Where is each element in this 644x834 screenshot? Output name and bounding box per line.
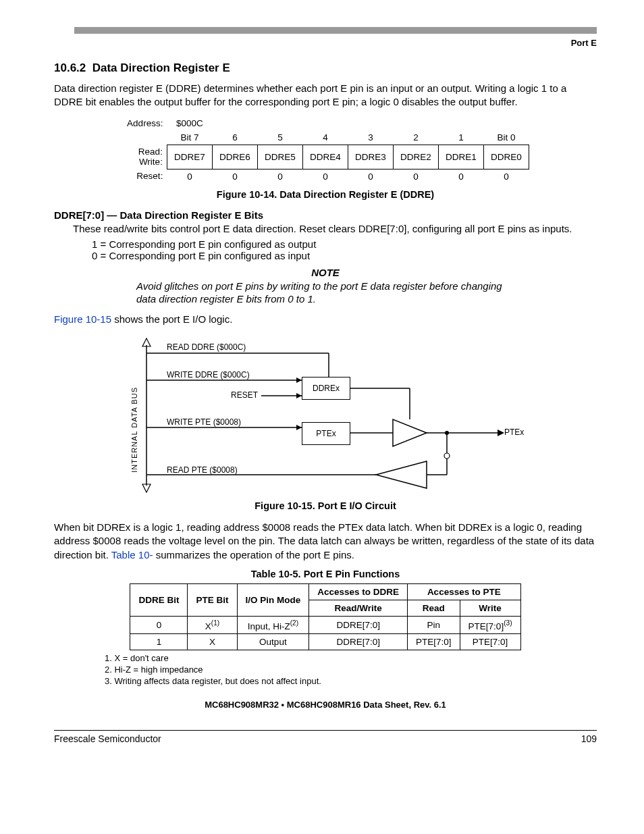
col-pte-bit: PTE Bit bbox=[188, 583, 237, 616]
footer-doc-title: MC68HC908MR32 • MC68HC908MR16 Data Sheet… bbox=[54, 700, 597, 710]
header-section-tag: Port E bbox=[54, 38, 597, 48]
svg-marker-14 bbox=[393, 419, 427, 446]
section-number: 10.6.2 bbox=[54, 61, 86, 74]
svg-marker-9 bbox=[296, 393, 302, 398]
bit-cell: DDRE0 bbox=[483, 145, 529, 169]
paragraph-after-figure: When bit DDREx is a logic 1, reading add… bbox=[54, 521, 597, 562]
bit-description-body: These read/write bits control port E dat… bbox=[73, 222, 597, 236]
circuit-block-ddrex: DDREx bbox=[302, 377, 350, 400]
footnote: 1. X = don't care bbox=[105, 653, 597, 664]
circuit-block-ptex: PTEx bbox=[302, 422, 350, 445]
section-intro: Data direction register E (DDRE) determi… bbox=[54, 82, 597, 109]
bit-header: 3 bbox=[348, 130, 393, 145]
bit-header: Bit 0 bbox=[483, 130, 529, 145]
address-label: Address: bbox=[122, 116, 167, 130]
bit-header: 4 bbox=[302, 130, 348, 145]
table-row: 0 X(1) Input, Hi-Z(2) DDRE[7:0] Pin PTE[… bbox=[130, 616, 520, 634]
reset-val: 0 bbox=[302, 169, 348, 184]
col-read: Read bbox=[408, 600, 460, 616]
col-read-write: Read/Write bbox=[309, 600, 408, 616]
pin-functions-table: DDRE Bit PTE Bit I/O Pin Mode Accesses t… bbox=[130, 583, 520, 651]
bit-value-1: 1 = Corresponding port E pin configured … bbox=[92, 238, 597, 250]
reset-val: 0 bbox=[393, 169, 438, 184]
table-caption: Table 10-5. Port E Pin Functions bbox=[54, 569, 597, 579]
bit-cell: DDRE1 bbox=[438, 145, 483, 169]
circuit-diagram: INTERNAL DATA BUS READ DDRE ($000C) WRIT… bbox=[126, 333, 525, 495]
bit-cell: DDRE3 bbox=[348, 145, 393, 169]
footnote: 2. Hi-Z = high impedance bbox=[105, 664, 597, 676]
bit-value-0: 0 = Corresponding port E pin configured … bbox=[92, 250, 597, 261]
bit-header: 1 bbox=[438, 130, 483, 145]
reset-val: 0 bbox=[438, 169, 483, 184]
footer-company: Freescale Semiconductor bbox=[54, 733, 161, 744]
reset-val: 0 bbox=[167, 169, 212, 184]
footer-page-number: 109 bbox=[581, 733, 597, 744]
note-body: Avoid glitches on port E pins by writing… bbox=[136, 280, 514, 306]
reset-val: 0 bbox=[348, 169, 393, 184]
bit-header: 6 bbox=[212, 130, 257, 145]
figure-caption-10-14: Figure 10-14. Data Direction Register E … bbox=[54, 189, 597, 200]
paragraph-text: shows the port E I/O logic. bbox=[111, 313, 232, 325]
col-accesses-pte: Accesses to PTE bbox=[408, 583, 520, 600]
bit-cell: DDRE2 bbox=[393, 145, 438, 169]
paragraph-after-note: Figure 10-15 shows the port E I/O logic. bbox=[54, 313, 597, 326]
header-rule bbox=[74, 27, 597, 34]
reset-label: Reset: bbox=[122, 169, 167, 184]
bit-header: Bit 7 bbox=[167, 130, 212, 145]
bit-cell: DDRE5 bbox=[257, 145, 302, 169]
circuit-signal-label: RESET bbox=[231, 390, 258, 400]
rw-label: Read:Write: bbox=[122, 145, 167, 169]
address-value: $000C bbox=[167, 116, 212, 130]
col-accesses-ddre: Accesses to DDRE bbox=[309, 583, 408, 600]
bit-header: 5 bbox=[257, 130, 302, 145]
bit-description-heading: DDRE[7:0] — Data Direction Register E Bi… bbox=[54, 209, 597, 221]
table-footnotes: 1. X = don't care 2. Hi-Z = high impedan… bbox=[105, 653, 597, 687]
note-heading: NOTE bbox=[54, 267, 597, 278]
bit-header: 2 bbox=[393, 130, 438, 145]
section-heading: 10.6.2 Data Direction Register E bbox=[54, 61, 597, 75]
section-title: Data Direction Register E bbox=[92, 61, 230, 74]
col-write: Write bbox=[460, 600, 520, 616]
svg-marker-10 bbox=[296, 425, 302, 430]
bit-cell: DDRE7 bbox=[167, 145, 212, 169]
circuit-signal-label: READ PTE ($0008) bbox=[167, 465, 238, 475]
bit-cell: DDRE4 bbox=[302, 145, 348, 169]
svg-marker-8 bbox=[296, 377, 302, 383]
svg-marker-20 bbox=[376, 461, 427, 488]
circuit-bus-label: INTERNAL DATA BUS bbox=[130, 387, 138, 473]
reset-val: 0 bbox=[483, 169, 529, 184]
circuit-signal-label: WRITE PTE ($0008) bbox=[167, 417, 241, 427]
circuit-signal-label: READ DDRE ($000C) bbox=[167, 342, 246, 352]
reset-val: 0 bbox=[257, 169, 302, 184]
footnote: 3. Writing affects data register, but do… bbox=[105, 676, 597, 687]
xref-figure-10-15[interactable]: Figure 10-15 bbox=[54, 313, 111, 325]
svg-point-19 bbox=[444, 453, 450, 459]
col-io-mode: I/O Pin Mode bbox=[237, 583, 309, 616]
circuit-signal-label: WRITE DDRE ($000C) bbox=[167, 370, 250, 380]
xref-table-10[interactable]: Table 10- bbox=[111, 549, 153, 561]
col-ddre-bit: DDRE Bit bbox=[130, 583, 188, 616]
bit-cell: DDRE6 bbox=[212, 145, 257, 169]
svg-marker-16 bbox=[498, 429, 504, 436]
figure-caption-10-15: Figure 10-15. Port E I/O Circuit bbox=[54, 500, 597, 511]
register-diagram: Address: $000C Bit 7 6 5 4 3 2 1 Bit 0 R… bbox=[122, 116, 529, 184]
table-row: 1 X Output DDRE[7:0] PTE[7:0] PTE[7:0] bbox=[130, 634, 520, 650]
reset-val: 0 bbox=[212, 169, 257, 184]
circuit-output-label: PTEx bbox=[504, 427, 524, 437]
